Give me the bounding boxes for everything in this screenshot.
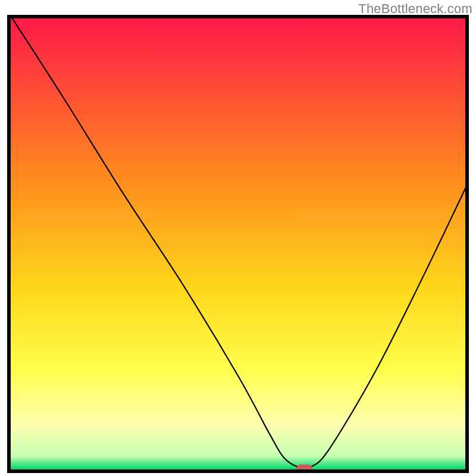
bottleneck-plot	[0, 0, 476, 476]
chart-frame: TheBottleneck.com	[0, 0, 476, 476]
gradient-background	[11, 18, 465, 469]
watermark-label: TheBottleneck.com	[358, 1, 472, 17]
plot-area	[9, 17, 467, 472]
